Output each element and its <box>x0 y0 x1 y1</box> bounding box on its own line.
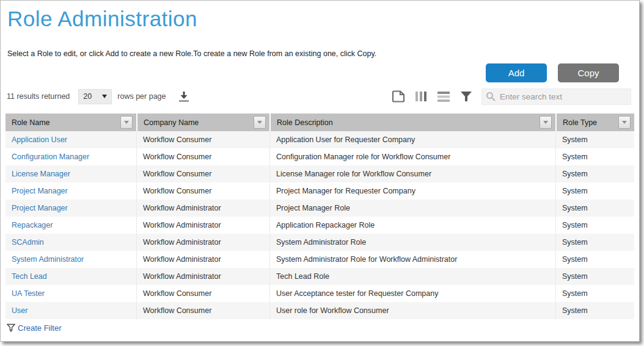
table-row: Project ManagerWorkflow AdministratorPro… <box>5 200 634 217</box>
company-name-cell: Workflow Administrator <box>136 200 269 217</box>
role-type-cell: System <box>555 200 634 217</box>
rows-per-page-value: 20 <box>83 92 102 101</box>
column-header-role-name[interactable]: Role Name <box>5 114 136 131</box>
role-description-cell: Application User for Requester Company <box>269 131 555 148</box>
company-name-cell: Workflow Administrator <box>136 251 269 268</box>
role-name-cell: Application User <box>5 131 136 148</box>
create-filter-link[interactable]: Create Filter <box>18 323 62 333</box>
role-description-cell: System Administrator Role for Workflow A… <box>269 251 555 268</box>
role-administration-window: Role Administration Select a Role to edi… <box>0 0 640 342</box>
results-count: 11 results returned <box>7 92 70 101</box>
role-name-cell: User <box>5 302 136 319</box>
table-row: System AdministratorWorkflow Administrat… <box>5 251 634 268</box>
role-type-cell: System <box>555 285 634 302</box>
role-name-link[interactable]: System Administrator <box>12 255 84 264</box>
filter-funnel-icon[interactable] <box>459 89 474 104</box>
roles-table: Role Name Company Name Role Description … <box>5 114 634 336</box>
role-name-link[interactable]: Tech Lead <box>12 272 47 281</box>
search-input[interactable] <box>500 92 627 101</box>
table-row: Application UserWorkflow ConsumerApplica… <box>5 131 634 148</box>
company-name-cell: Workflow Administrator <box>136 234 269 251</box>
create-filter-icon <box>7 323 15 333</box>
role-type-cell: System <box>555 217 634 234</box>
table-row: Project ManagerWorkflow ConsumerProject … <box>5 182 634 200</box>
column-header-company-name[interactable]: Company Name <box>136 114 269 131</box>
role-type-cell: System <box>555 268 634 285</box>
column-header-label: Role Description <box>277 118 540 127</box>
table-header-row: Role Name Company Name Role Description … <box>5 114 634 131</box>
column-filter-dropdown-icon[interactable] <box>540 116 552 129</box>
table-row: RepackagerWorkflow AdministratorApplicat… <box>5 217 634 234</box>
role-name-link[interactable]: Repackager <box>12 221 53 229</box>
role-type-cell: System <box>555 251 634 268</box>
table-body: Application UserWorkflow ConsumerApplica… <box>5 131 634 319</box>
export-download-icon[interactable] <box>176 89 192 104</box>
role-description-cell: Project Manager for Requester Company <box>269 182 555 200</box>
page-subtitle: Select a Role to edit, or click Add to c… <box>7 49 376 58</box>
role-name-link[interactable]: Configuration Manager <box>12 153 89 161</box>
role-name-link[interactable]: License Manager <box>12 170 70 178</box>
grid-toolbar: 11 results returned 20 rows per page <box>7 87 631 106</box>
role-name-link[interactable]: SCAdmin <box>12 238 44 247</box>
column-header-role-description[interactable]: Role Description <box>269 114 555 131</box>
column-filter-dropdown-icon[interactable] <box>254 116 266 129</box>
role-name-cell: System Administrator <box>5 251 136 268</box>
role-name-link[interactable]: UA Tester <box>12 289 45 298</box>
role-name-link[interactable]: Application User <box>12 135 67 144</box>
row-lines-icon[interactable] <box>436 89 451 104</box>
column-header-role-type[interactable]: Role Type <box>555 114 634 131</box>
company-name-cell: Workflow Administrator <box>136 268 269 285</box>
company-name-cell: Workflow Consumer <box>136 285 269 302</box>
column-chooser-icon[interactable] <box>414 89 428 104</box>
table-footer: Create Filter <box>5 319 634 336</box>
role-name-cell: UA Tester <box>5 285 136 302</box>
column-filter-dropdown-icon[interactable] <box>618 116 631 129</box>
role-name-cell: License Manager <box>5 165 136 182</box>
column-header-label: Company Name <box>144 118 254 127</box>
role-type-cell: System <box>555 148 634 165</box>
company-name-cell: Workflow Consumer <box>136 182 269 200</box>
role-name-cell: Tech Lead <box>5 268 136 285</box>
search-box[interactable] <box>481 88 631 105</box>
role-description-cell: Tech Lead Role <box>269 268 555 285</box>
role-description-cell: User Acceptance tester for Requester Com… <box>269 285 555 302</box>
role-name-cell: SCAdmin <box>5 234 136 251</box>
column-header-label: Role Type <box>563 118 618 127</box>
role-description-cell: Project Manager Role <box>269 200 555 217</box>
company-name-cell: Workflow Administrator <box>136 217 269 234</box>
column-header-label: Role Name <box>12 118 120 127</box>
role-description-cell: Configuration Manager role for Workflow … <box>269 148 555 165</box>
column-filter-dropdown-icon[interactable] <box>120 116 133 129</box>
role-name-cell: Repackager <box>5 217 136 234</box>
company-name-cell: Workflow Consumer <box>136 131 269 148</box>
table-row: UA TesterWorkflow ConsumerUser Acceptanc… <box>5 285 634 302</box>
role-name-cell: Configuration Manager <box>5 148 136 165</box>
role-name-link[interactable]: Project Manager <box>12 204 68 212</box>
table-row: UserWorkflow ConsumerUser role for Workf… <box>5 302 634 319</box>
role-description-cell: User role for Workflow Consumer <box>269 302 555 319</box>
role-type-cell: System <box>555 302 634 319</box>
role-name-cell: Project Manager <box>5 200 136 217</box>
table-row: Configuration ManagerWorkflow ConsumerCo… <box>5 148 634 165</box>
table-row: License ManagerWorkflow ConsumerLicense … <box>5 165 634 182</box>
company-name-cell: Workflow Consumer <box>136 165 269 182</box>
company-name-cell: Workflow Consumer <box>136 302 269 319</box>
role-description-cell: Application Repackager Role <box>269 217 555 234</box>
role-name-cell: Project Manager <box>5 182 136 200</box>
role-description-cell: License Manager role for Workflow Consum… <box>269 165 555 182</box>
table-row: Tech LeadWorkflow AdministratorTech Lead… <box>5 268 634 285</box>
role-name-link[interactable]: Project Manager <box>12 187 68 195</box>
page-title: Role Administration <box>7 7 197 31</box>
role-type-cell: System <box>555 165 634 182</box>
role-type-cell: System <box>555 182 634 200</box>
rows-per-page-label: rows per page <box>117 92 166 101</box>
action-buttons: Add Copy <box>486 63 619 82</box>
add-button[interactable]: Add <box>486 63 547 82</box>
new-page-icon[interactable] <box>391 89 406 104</box>
rows-per-page-select[interactable]: 20 <box>78 89 112 104</box>
table-row: SCAdminWorkflow AdministratorSystem Admi… <box>5 234 634 251</box>
role-description-cell: System Administrator Role <box>269 234 555 251</box>
role-name-link[interactable]: User <box>12 306 27 315</box>
company-name-cell: Workflow Consumer <box>136 148 269 165</box>
copy-button[interactable]: Copy <box>558 63 619 82</box>
